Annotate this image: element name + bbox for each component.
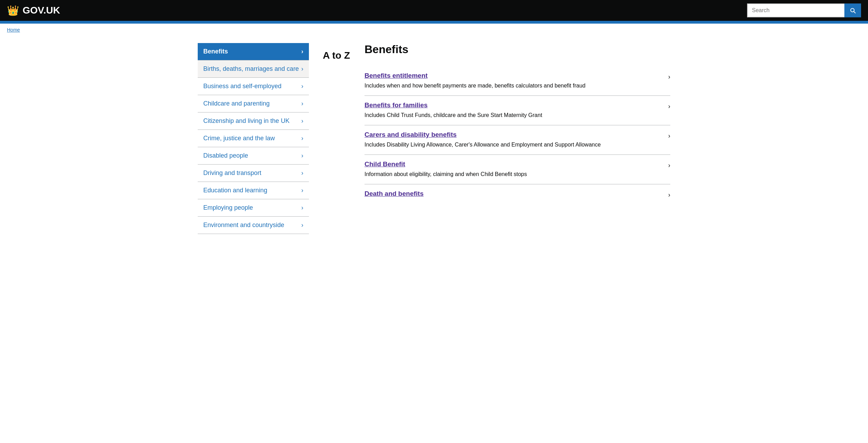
sidebar-item-crime[interactable]: Crime, justice and the law › bbox=[198, 130, 309, 147]
search-icon bbox=[849, 7, 856, 14]
site-logo[interactable]: 👑 GOV.UK bbox=[7, 5, 60, 16]
chevron-right-icon: › bbox=[668, 73, 670, 81]
sidebar-item-label: Disabled people bbox=[203, 152, 248, 159]
sidebar-item-label: Childcare and parenting bbox=[203, 100, 270, 107]
chevron-right-icon: › bbox=[668, 103, 670, 110]
chevron-right-icon: › bbox=[301, 83, 303, 90]
category-carers-disability[interactable]: Carers and disability benefits Includes … bbox=[365, 125, 670, 155]
atoz-label: A to Z bbox=[323, 50, 351, 61]
content-area: A to Z Benefits Benefits entitlement Inc… bbox=[323, 43, 670, 234]
category-child-benefit[interactable]: Child Benefit Information about eligibil… bbox=[365, 155, 670, 184]
category-text: Child Benefit Information about eligibil… bbox=[365, 160, 663, 178]
sidebar-item-driving[interactable]: Driving and transport › bbox=[198, 165, 309, 182]
chevron-right-icon: › bbox=[301, 100, 303, 107]
category-link-benefits-families[interactable]: Benefits for families bbox=[365, 101, 663, 109]
sidebar-item-disabled[interactable]: Disabled people › bbox=[198, 147, 309, 165]
sidebar-item-label: Education and learning bbox=[203, 187, 267, 194]
sidebar-item-employing[interactable]: Employing people › bbox=[198, 199, 309, 217]
chevron-right-icon: › bbox=[301, 222, 303, 229]
sidebar-item-births[interactable]: Births, deaths, marriages and care › bbox=[198, 60, 309, 78]
chevron-right-icon: › bbox=[301, 204, 303, 211]
sidebar-item-label: Benefits bbox=[203, 48, 228, 55]
category-link-death-benefits[interactable]: Death and benefits bbox=[365, 190, 663, 198]
sidebar-item-business[interactable]: Business and self-employed › bbox=[198, 78, 309, 95]
sidebar-item-label: Citizenship and living in the UK bbox=[203, 117, 289, 125]
chevron-right-icon: › bbox=[668, 132, 670, 140]
breadcrumb: Home bbox=[0, 24, 868, 36]
category-text: Benefits for families Includes Child Tru… bbox=[365, 101, 663, 119]
header: 👑 GOV.UK bbox=[0, 0, 868, 21]
category-death-benefits[interactable]: Death and benefits › bbox=[365, 184, 670, 205]
search-bar bbox=[747, 3, 861, 17]
page-title: Benefits bbox=[365, 43, 670, 56]
sidebar-item-environment[interactable]: Environment and countryside › bbox=[198, 217, 309, 234]
category-link-benefits-entitlement[interactable]: Benefits entitlement bbox=[365, 72, 663, 80]
sidebar-item-childcare[interactable]: Childcare and parenting › bbox=[198, 95, 309, 112]
atoz-section: A to Z bbox=[323, 43, 351, 234]
sidebar: Benefits › Births, deaths, marriages and… bbox=[198, 43, 309, 234]
category-link-carers-disability[interactable]: Carers and disability benefits bbox=[365, 131, 663, 139]
sidebar-item-label: Crime, justice and the law bbox=[203, 135, 275, 142]
sidebar-item-benefits[interactable]: Benefits › bbox=[198, 43, 309, 60]
category-text: Benefits entitlement Includes when and h… bbox=[365, 72, 663, 90]
category-description-carers-disability: Includes Disability Living Allowance, Ca… bbox=[365, 142, 601, 148]
sidebar-item-label: Environment and countryside bbox=[203, 222, 284, 229]
search-button[interactable] bbox=[844, 3, 861, 17]
blue-bar bbox=[0, 21, 868, 24]
chevron-right-icon: › bbox=[301, 187, 303, 194]
chevron-right-icon: › bbox=[301, 152, 303, 159]
category-description-child-benefit: Information about eligibility, claiming … bbox=[365, 171, 527, 177]
main-content: Benefits Benefits entitlement Includes w… bbox=[365, 43, 670, 234]
main-container: Benefits › Births, deaths, marriages and… bbox=[191, 36, 677, 241]
chevron-right-icon: › bbox=[301, 48, 303, 55]
chevron-right-icon: › bbox=[301, 117, 303, 125]
category-link-child-benefit[interactable]: Child Benefit bbox=[365, 160, 663, 168]
chevron-right-icon: › bbox=[301, 169, 303, 177]
sidebar-item-label: Business and self-employed bbox=[203, 83, 281, 90]
sidebar-item-label: Births, deaths, marriages and care bbox=[203, 65, 299, 73]
chevron-right-icon: › bbox=[301, 135, 303, 142]
category-benefits-entitlement[interactable]: Benefits entitlement Includes when and h… bbox=[365, 66, 670, 96]
category-benefits-families[interactable]: Benefits for families Includes Child Tru… bbox=[365, 96, 670, 125]
sidebar-item-education[interactable]: Education and learning › bbox=[198, 182, 309, 199]
category-description-benefits-families: Includes Child Trust Funds, childcare an… bbox=[365, 112, 542, 118]
chevron-right-icon: › bbox=[668, 191, 670, 199]
sidebar-item-label: Driving and transport bbox=[203, 169, 261, 177]
crown-icon: 👑 bbox=[7, 5, 19, 16]
chevron-right-icon: › bbox=[668, 162, 670, 169]
site-title: GOV.UK bbox=[23, 5, 60, 16]
breadcrumb-home-link[interactable]: Home bbox=[7, 27, 20, 33]
category-text: Carers and disability benefits Includes … bbox=[365, 131, 663, 149]
sidebar-item-citizenship[interactable]: Citizenship and living in the UK › bbox=[198, 112, 309, 130]
sidebar-item-label: Employing people bbox=[203, 204, 253, 211]
category-text: Death and benefits bbox=[365, 190, 663, 200]
search-input[interactable] bbox=[747, 3, 844, 17]
category-description-benefits-entitlement: Includes when and how benefit payments a… bbox=[365, 83, 586, 89]
chevron-right-icon: › bbox=[301, 65, 303, 73]
